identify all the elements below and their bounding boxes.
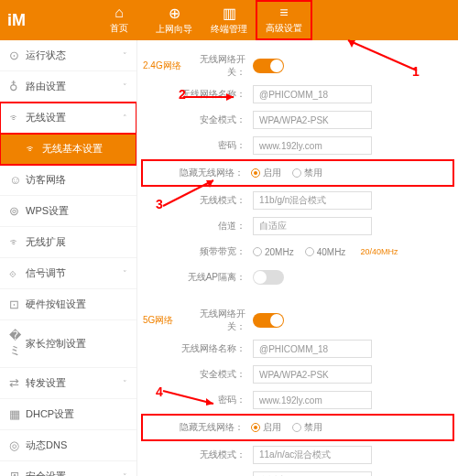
arrow-2 — [183, 92, 238, 103]
sliders-icon: ≡ — [256, 5, 311, 21]
sidebar-icon: ☺ — [9, 173, 26, 187]
svg-marker-7 — [206, 398, 213, 406]
arrow-1 — [339, 38, 421, 75]
label-security: 安全模式： — [143, 114, 253, 126]
sidebar-label: 无线扩展 — [26, 235, 66, 249]
sidebar-label: WPS设置 — [26, 204, 69, 218]
sidebar-icon: ♁ — [9, 80, 26, 93]
chevron-icon: ˅ — [123, 269, 127, 278]
home-icon: ⌂ — [92, 5, 147, 21]
chevron-icon: ˄ — [123, 114, 127, 123]
sidebar-item[interactable]: ♁路由设置˅ — [0, 71, 136, 103]
sidebar-label: 路由设置 — [26, 80, 66, 93]
select-security-24g[interactable] — [253, 111, 372, 129]
toggle-24g[interactable] — [253, 59, 284, 73]
nav-wizard[interactable]: ⊕上网向导 — [147, 1, 202, 39]
toggle-5g[interactable] — [253, 313, 284, 328]
globe-icon: ⊕ — [147, 5, 202, 22]
sidebar-label: 运行状态 — [26, 49, 66, 62]
radio-enable-5g[interactable]: 启用 — [251, 421, 281, 434]
toggle-isolation[interactable] — [253, 270, 284, 285]
radio-dot-icon — [251, 168, 260, 178]
brand-logo: iM — [0, 11, 46, 30]
sidebar-item[interactable]: ᯤ无线扩展 — [0, 227, 136, 258]
sidebar-icon: ᯤ — [26, 142, 42, 156]
sidebar-icon: ⛨ — [9, 470, 26, 476]
section-title-5g: 5G网络 — [143, 314, 189, 327]
input-password-5g[interactable] — [253, 391, 372, 409]
sidebar-item[interactable]: ⟐信号调节˅ — [0, 258, 136, 289]
devices-icon: ▥ — [202, 5, 256, 22]
sidebar-label: 无线基本设置 — [42, 142, 103, 156]
main-panel: 2.4G网络 无线网络开关： 无线网络名称： 安全模式： 密码： 隐藏无线网络：… — [137, 40, 458, 476]
sidebar-label: 硬件按钮设置 — [26, 298, 86, 311]
annotation-3: 3 — [156, 197, 163, 211]
sidebar-icon: ⊙ — [9, 49, 26, 62]
chevron-icon: ˅ — [123, 379, 127, 388]
select-channel-5g[interactable] — [253, 471, 372, 476]
sidebar-item[interactable]: ☺访客网络 — [0, 165, 136, 196]
nav-advanced[interactable]: ≡高级设置 — [256, 1, 311, 39]
sidebar: ⊙运行状态˅♁路由设置˅ᯤ无线设置˄ᯤ无线基本设置☺访客网络⊚WPS设置ᯤ无线扩… — [0, 40, 137, 476]
sidebar-item[interactable]: ⇄转发设置˅ — [0, 368, 136, 399]
input-password-24g[interactable] — [253, 136, 372, 155]
radio-20mhz[interactable]: 20MHz — [253, 247, 294, 257]
svg-line-6 — [163, 391, 213, 404]
hide-network-row-5g: 隐藏无线网络： 启用 禁用 — [143, 416, 453, 439]
sidebar-icon: �ミ — [9, 329, 26, 359]
sidebar-icon: ⇄ — [9, 376, 26, 390]
annotation-4: 4 — [156, 384, 163, 399]
sidebar-icon: ᯤ — [9, 235, 26, 249]
sidebar-label: 家长控制设置 — [26, 337, 86, 351]
select-mode-24g[interactable] — [253, 191, 372, 210]
sidebar-item[interactable]: ᯤ无线基本设置 — [0, 134, 136, 165]
sidebar-item[interactable]: ⊡硬件按钮设置 — [0, 289, 136, 320]
sidebar-icon: ᯤ — [9, 111, 26, 124]
select-mode-5g[interactable] — [253, 446, 372, 464]
label-switch: 无线网络开关： — [189, 308, 253, 333]
nav-label: 上网向导 — [156, 24, 192, 34]
svg-marker-3 — [226, 93, 234, 101]
sidebar-item[interactable]: ▦DHCP设置 — [0, 399, 136, 430]
arrow-3 — [163, 178, 218, 211]
select-security-5g[interactable] — [253, 365, 372, 384]
nav-terminals[interactable]: ▥终端管理 — [202, 1, 256, 39]
chevron-icon: ˅ — [123, 472, 127, 477]
sidebar-item[interactable]: �ミ家长控制设置 — [0, 320, 136, 368]
sidebar-item[interactable]: ⛨安全设置˅ — [0, 461, 136, 476]
sidebar-label: 信号调节 — [26, 266, 66, 280]
label-bandwidth: 频带带宽： — [143, 245, 253, 258]
label-security: 安全模式： — [143, 368, 253, 381]
svg-line-0 — [348, 40, 417, 70]
label-isolation: 无线AP隔离： — [143, 271, 253, 284]
radio-disable-24g[interactable]: 禁用 — [292, 167, 322, 179]
label-mode: 无线模式： — [143, 449, 253, 461]
sidebar-item[interactable]: ᯤ无线设置˄ — [0, 103, 136, 134]
select-channel-24g[interactable] — [253, 217, 372, 235]
sidebar-label: 动态DNS — [26, 438, 67, 452]
chevron-icon: ˅ — [123, 51, 127, 60]
section-title-24g: 2.4G网络 — [143, 60, 189, 72]
sidebar-item[interactable]: ◎动态DNS — [0, 430, 136, 461]
sidebar-item[interactable]: ⊙运行状态˅ — [0, 40, 136, 71]
input-ssid-5g[interactable] — [253, 340, 372, 358]
chevron-icon: ˅ — [123, 82, 127, 92]
sidebar-icon: ⊡ — [9, 298, 26, 311]
radio-dot-icon — [251, 423, 260, 432]
radio-dot-icon — [305, 247, 314, 256]
top-nav: ⌂首页 ⊕上网向导 ▥终端管理 ≡高级设置 — [92, 1, 311, 39]
sidebar-label: 访客网络 — [26, 173, 66, 187]
radio-disable-5g[interactable]: 禁用 — [292, 421, 322, 434]
label-password: 密码： — [143, 139, 253, 152]
sidebar-icon: ◎ — [9, 438, 26, 452]
radio-40mhz[interactable]: 40MHz — [305, 247, 346, 257]
input-ssid-24g[interactable] — [253, 85, 372, 103]
label-hide: 隐藏无线网络： — [145, 167, 251, 179]
radio-enable-24g[interactable]: 启用 — [251, 167, 281, 179]
radio-dot-icon — [292, 423, 301, 432]
label-ssid: 无线网络名称： — [143, 342, 253, 355]
nav-label: 高级设置 — [266, 23, 302, 33]
sidebar-label: 转发设置 — [26, 376, 66, 390]
sidebar-item[interactable]: ⊚WPS设置 — [0, 196, 136, 227]
nav-home[interactable]: ⌂首页 — [92, 1, 147, 39]
